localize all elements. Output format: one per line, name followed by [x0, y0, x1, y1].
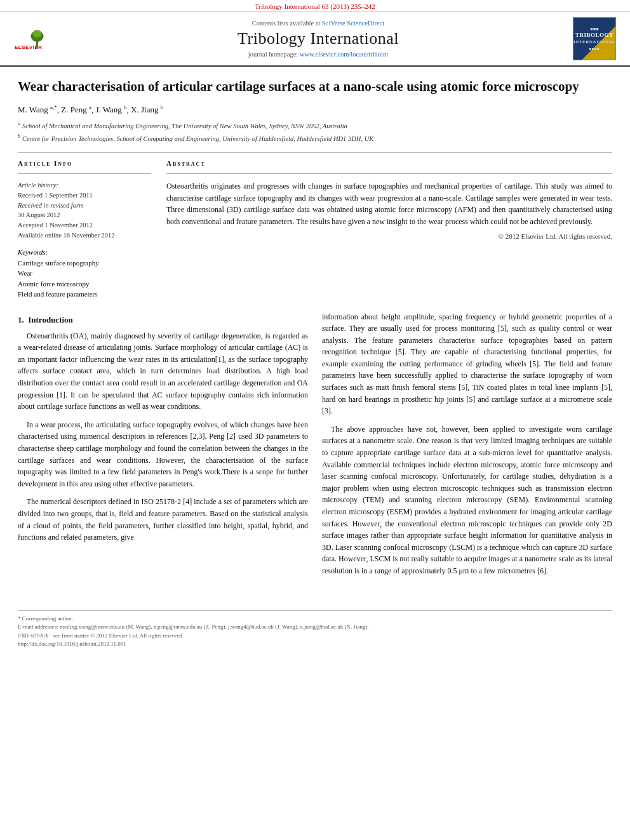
badge-title: TRIBOLOGY — [575, 32, 613, 39]
affiliation-b: b Centre for Precision Technologies, Sch… — [18, 132, 612, 143]
section1-para2: In a wear process, the articulating surf… — [18, 419, 308, 490]
elsevier-logo-area: ELSEVIER — [10, 17, 67, 60]
journal-title: Tribology International — [238, 29, 399, 48]
keyword-3: Atomic force microscopy — [18, 279, 151, 290]
journal-citation-bar: Tribology International 63 (2013) 235–24… — [0, 0, 630, 12]
section1-right-para2: The above approaches have not, however, … — [322, 423, 612, 577]
history-label: Article history: — [18, 180, 151, 190]
footer-email-line: E-mail addresses: meiling.wang@unsw.edu.… — [18, 623, 612, 632]
main-content: Wear characterisation of articular carti… — [0, 67, 630, 599]
revised-label: Received in revised form — [18, 201, 151, 211]
sciverse-link[interactable]: SciVerse ScienceDirect — [322, 20, 384, 27]
journal-homepage-line: journal homepage: www.elsevier.com/locat… — [248, 51, 388, 58]
badge-bottom: ■■■■ — [589, 47, 600, 51]
sciverse-available-line: Contents lists available at SciVerse Sci… — [252, 20, 384, 27]
keyword-2: Wear — [18, 268, 151, 279]
journal-title-area: Contents lists available at SciVerse Sci… — [75, 17, 561, 60]
abstract-text: Osteoarthritis originates and progresses… — [166, 180, 612, 227]
footer-doi: http://dx.doi.org/10.1016/j.triboint.201… — [18, 640, 612, 649]
body-column-left: 1. Introduction Osteoarthritis (OA), mai… — [18, 311, 308, 583]
svg-text:ELSEVIER: ELSEVIER — [15, 44, 43, 50]
received-date: Received 1 September 2011 — [18, 190, 151, 201]
keyword-4: Field and feature parameters — [18, 289, 151, 300]
section1-para1: Osteoarthritis (OA), mainly diagnosed by… — [18, 330, 308, 413]
elsevier-logo-icon: ELSEVIER — [13, 27, 64, 50]
info-divider — [18, 173, 151, 174]
affiliation-a: a School of Mechanical and Manufacturing… — [18, 119, 612, 131]
footer-corresponding-note: * Corresponding author. — [18, 615, 612, 623]
journal-header: ELSEVIER Contents lists available at Sci… — [0, 12, 630, 67]
article-info-column: Article Info Article history: Received 1… — [18, 159, 151, 300]
page-footer: * Corresponding author. E-mail addresses… — [18, 610, 612, 649]
journal-citation-text: Tribology International 63 (2013) 235–24… — [255, 3, 375, 10]
keywords-label: Keywords: — [18, 248, 151, 256]
section1-title: 1. Introduction — [18, 314, 308, 326]
abstract-column: Abstract Osteoarthritis originates and p… — [166, 159, 612, 300]
keywords-section: Keywords: Cartilage surface topography W… — [18, 248, 151, 300]
online-date: Available online 16 November 2012 — [18, 230, 151, 241]
info-abstract-section: Article Info Article history: Received 1… — [18, 159, 612, 300]
abstract-copyright: © 2012 Elsevier Ltd. All rights reserved… — [166, 232, 612, 240]
badge-top-text: ■■■ — [590, 27, 599, 32]
abstract-divider — [166, 173, 612, 174]
revised-date: 30 August 2012 — [18, 210, 151, 220]
accepted-date: Accepted 1 November 2012 — [18, 220, 151, 230]
journal-homepage-link[interactable]: www.elsevier.com/locate/triboint — [300, 51, 388, 58]
affiliations: a School of Mechanical and Manufacturing… — [18, 119, 612, 143]
article-title: Wear characterisation of articular carti… — [18, 78, 612, 95]
footer-issn: 0301-679X/$ - see front matter © 2012 El… — [18, 632, 612, 641]
section1-right-para1: information about height amplitude, spac… — [322, 311, 612, 417]
section1-para3: The numerical descriptors defined in ISO… — [18, 496, 308, 543]
authors-line: M. Wang a,*, Z. Peng a, J. Wang b, X. Ji… — [18, 104, 612, 115]
article-info-heading: Article Info — [18, 159, 151, 167]
svg-point-3 — [33, 30, 42, 37]
abstract-heading: Abstract — [166, 159, 612, 167]
body-section: 1. Introduction Osteoarthritis (OA), mai… — [18, 311, 612, 583]
article-history: Article history: Received 1 September 20… — [18, 180, 151, 241]
body-column-right: information about height amplitude, spac… — [322, 311, 612, 583]
badge-sub: INTERNATIONAL — [573, 40, 615, 45]
tribology-badge-area: ■■■ TRIBOLOGY INTERNATIONAL ■■■■ — [569, 17, 620, 60]
header-divider — [18, 152, 612, 153]
tribology-badge: ■■■ TRIBOLOGY INTERNATIONAL ■■■■ — [573, 17, 616, 60]
keyword-1: Cartilage surface topography — [18, 258, 151, 269]
